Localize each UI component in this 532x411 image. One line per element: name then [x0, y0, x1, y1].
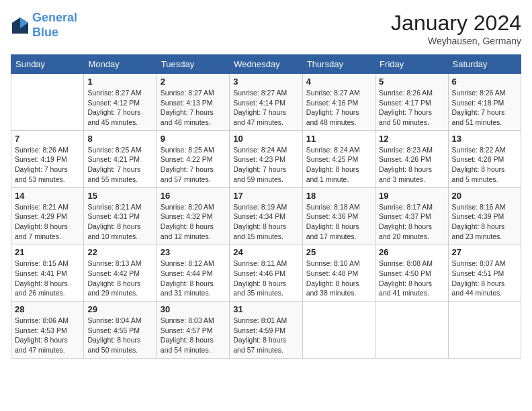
day-number: 16: [161, 191, 226, 201]
calendar-cell: 5Sunrise: 8:26 AMSunset: 4:17 PMDaylight…: [375, 74, 448, 131]
calendar-week-5: 28Sunrise: 8:06 AMSunset: 4:53 PMDayligh…: [11, 302, 521, 359]
day-info: Sunrise: 8:27 AMSunset: 4:12 PMDaylight:…: [87, 88, 152, 128]
weekday-header-saturday: Saturday: [448, 55, 521, 74]
calendar-cell: 24Sunrise: 8:11 AMSunset: 4:46 PMDayligh…: [230, 244, 302, 302]
day-info: Sunrise: 8:11 AMSunset: 4:46 PMDaylight:…: [233, 259, 298, 298]
weekday-header-monday: Monday: [84, 55, 157, 74]
day-info: Sunrise: 8:13 AMSunset: 4:42 PMDaylight:…: [87, 259, 152, 298]
day-info: Sunrise: 8:15 AMSunset: 4:41 PMDaylight:…: [15, 259, 80, 298]
day-info: Sunrise: 8:08 AMSunset: 4:50 PMDaylight:…: [379, 259, 444, 298]
calendar-cell: 27Sunrise: 8:07 AMSunset: 4:51 PMDayligh…: [448, 244, 521, 302]
day-number: 23: [161, 247, 226, 257]
weekday-header-tuesday: Tuesday: [157, 55, 229, 74]
title-block: January 2024 Weyhausen, Germany: [391, 11, 521, 46]
page-header: General Blue January 2024 Weyhausen, Ger…: [11, 11, 521, 46]
location: Weyhausen, Germany: [391, 36, 521, 46]
calendar-cell: 22Sunrise: 8:13 AMSunset: 4:42 PMDayligh…: [84, 244, 157, 302]
day-number: 17: [233, 191, 298, 201]
calendar-table: SundayMondayTuesdayWednesdayThursdayFrid…: [11, 54, 521, 359]
logo-text: General Blue: [32, 11, 77, 40]
day-number: 26: [379, 247, 444, 257]
calendar-cell: 2Sunrise: 8:27 AMSunset: 4:13 PMDaylight…: [157, 74, 229, 131]
day-number: 10: [233, 134, 298, 144]
day-info: Sunrise: 8:23 AMSunset: 4:26 PMDaylight:…: [379, 145, 444, 185]
calendar-cell: 4Sunrise: 8:27 AMSunset: 4:16 PMDaylight…: [302, 74, 375, 131]
day-number: 30: [161, 304, 226, 314]
day-info: Sunrise: 8:18 AMSunset: 4:36 PMDaylight:…: [306, 202, 371, 242]
calendar-week-3: 14Sunrise: 8:21 AMSunset: 4:29 PMDayligh…: [11, 187, 521, 244]
day-number: 8: [87, 134, 152, 144]
day-number: 3: [233, 77, 298, 87]
calendar-cell: 19Sunrise: 8:17 AMSunset: 4:37 PMDayligh…: [375, 187, 448, 244]
calendar-cell: 25Sunrise: 8:10 AMSunset: 4:48 PMDayligh…: [302, 244, 375, 302]
calendar-cell: 15Sunrise: 8:21 AMSunset: 4:31 PMDayligh…: [84, 187, 157, 244]
logo: General Blue: [11, 11, 77, 40]
day-info: Sunrise: 8:27 AMSunset: 4:16 PMDaylight:…: [306, 88, 371, 128]
day-number: 27: [452, 247, 517, 257]
calendar-cell: 13Sunrise: 8:22 AMSunset: 4:28 PMDayligh…: [448, 130, 521, 187]
calendar-cell: 28Sunrise: 8:06 AMSunset: 4:53 PMDayligh…: [11, 302, 84, 359]
day-info: Sunrise: 8:10 AMSunset: 4:48 PMDaylight:…: [306, 259, 371, 298]
day-number: 21: [15, 247, 80, 257]
day-info: Sunrise: 8:06 AMSunset: 4:53 PMDaylight:…: [15, 316, 80, 355]
day-info: Sunrise: 8:27 AMSunset: 4:13 PMDaylight:…: [161, 88, 226, 128]
day-info: Sunrise: 8:21 AMSunset: 4:29 PMDaylight:…: [15, 202, 80, 242]
calendar-cell: 23Sunrise: 8:12 AMSunset: 4:44 PMDayligh…: [157, 244, 229, 302]
calendar-cell: 11Sunrise: 8:24 AMSunset: 4:25 PMDayligh…: [302, 130, 375, 187]
day-info: Sunrise: 8:21 AMSunset: 4:31 PMDaylight:…: [87, 202, 152, 242]
calendar-cell: 10Sunrise: 8:24 AMSunset: 4:23 PMDayligh…: [230, 130, 302, 187]
calendar-cell: 12Sunrise: 8:23 AMSunset: 4:26 PMDayligh…: [375, 130, 448, 187]
day-number: 29: [87, 304, 152, 314]
month-title: January 2024: [391, 11, 521, 36]
calendar-cell: 1Sunrise: 8:27 AMSunset: 4:12 PMDaylight…: [84, 74, 157, 131]
calendar-week-1: 1Sunrise: 8:27 AMSunset: 4:12 PMDaylight…: [11, 74, 521, 131]
day-info: Sunrise: 8:25 AMSunset: 4:22 PMDaylight:…: [161, 145, 226, 185]
day-info: Sunrise: 8:12 AMSunset: 4:44 PMDaylight:…: [161, 259, 226, 298]
calendar-cell: 31Sunrise: 8:01 AMSunset: 4:59 PMDayligh…: [230, 302, 302, 359]
calendar-cell: 26Sunrise: 8:08 AMSunset: 4:50 PMDayligh…: [375, 244, 448, 302]
calendar-cell: 3Sunrise: 8:27 AMSunset: 4:14 PMDaylight…: [230, 74, 302, 131]
weekday-header-row: SundayMondayTuesdayWednesdayThursdayFrid…: [11, 55, 521, 74]
day-number: 18: [306, 191, 371, 201]
calendar-cell: 30Sunrise: 8:03 AMSunset: 4:57 PMDayligh…: [157, 302, 229, 359]
day-info: Sunrise: 8:26 AMSunset: 4:17 PMDaylight:…: [379, 88, 444, 128]
calendar-cell: 29Sunrise: 8:04 AMSunset: 4:55 PMDayligh…: [84, 302, 157, 359]
day-info: Sunrise: 8:20 AMSunset: 4:32 PMDaylight:…: [161, 202, 226, 242]
day-number: 1: [87, 77, 152, 87]
calendar-cell: 18Sunrise: 8:18 AMSunset: 4:36 PMDayligh…: [302, 187, 375, 244]
day-info: Sunrise: 8:22 AMSunset: 4:28 PMDaylight:…: [452, 145, 517, 185]
day-number: 20: [452, 191, 517, 201]
calendar-cell: 17Sunrise: 8:19 AMSunset: 4:34 PMDayligh…: [230, 187, 302, 244]
day-info: Sunrise: 8:16 AMSunset: 4:39 PMDaylight:…: [452, 202, 517, 242]
calendar-cell: [302, 302, 375, 359]
day-info: Sunrise: 8:27 AMSunset: 4:14 PMDaylight:…: [233, 88, 298, 128]
day-number: 12: [379, 134, 444, 144]
day-number: 6: [452, 77, 517, 87]
day-number: 25: [306, 247, 371, 257]
day-info: Sunrise: 8:17 AMSunset: 4:37 PMDaylight:…: [379, 202, 444, 242]
day-number: 31: [233, 304, 298, 314]
calendar-cell: 9Sunrise: 8:25 AMSunset: 4:22 PMDaylight…: [157, 130, 229, 187]
day-info: Sunrise: 8:26 AMSunset: 4:18 PMDaylight:…: [452, 88, 517, 128]
calendar-cell: [448, 302, 521, 359]
day-number: 14: [15, 191, 80, 201]
calendar-cell: 21Sunrise: 8:15 AMSunset: 4:41 PMDayligh…: [11, 244, 84, 302]
calendar-week-4: 21Sunrise: 8:15 AMSunset: 4:41 PMDayligh…: [11, 244, 521, 302]
day-number: 22: [87, 247, 152, 257]
day-info: Sunrise: 8:01 AMSunset: 4:59 PMDaylight:…: [233, 316, 298, 355]
calendar-cell: 14Sunrise: 8:21 AMSunset: 4:29 PMDayligh…: [11, 187, 84, 244]
day-info: Sunrise: 8:24 AMSunset: 4:23 PMDaylight:…: [233, 145, 298, 185]
day-info: Sunrise: 8:04 AMSunset: 4:55 PMDaylight:…: [87, 316, 152, 355]
calendar-body: 1Sunrise: 8:27 AMSunset: 4:12 PMDaylight…: [11, 74, 521, 359]
day-number: 15: [87, 191, 152, 201]
day-info: Sunrise: 8:07 AMSunset: 4:51 PMDaylight:…: [452, 259, 517, 298]
day-number: 4: [306, 77, 371, 87]
logo-icon: [11, 16, 30, 35]
day-info: Sunrise: 8:24 AMSunset: 4:25 PMDaylight:…: [306, 145, 371, 185]
weekday-header-sunday: Sunday: [11, 55, 84, 74]
weekday-header-wednesday: Wednesday: [230, 55, 302, 74]
calendar-cell: [11, 74, 84, 131]
day-number: 19: [379, 191, 444, 201]
day-number: 5: [379, 77, 444, 87]
day-number: 11: [306, 134, 371, 144]
